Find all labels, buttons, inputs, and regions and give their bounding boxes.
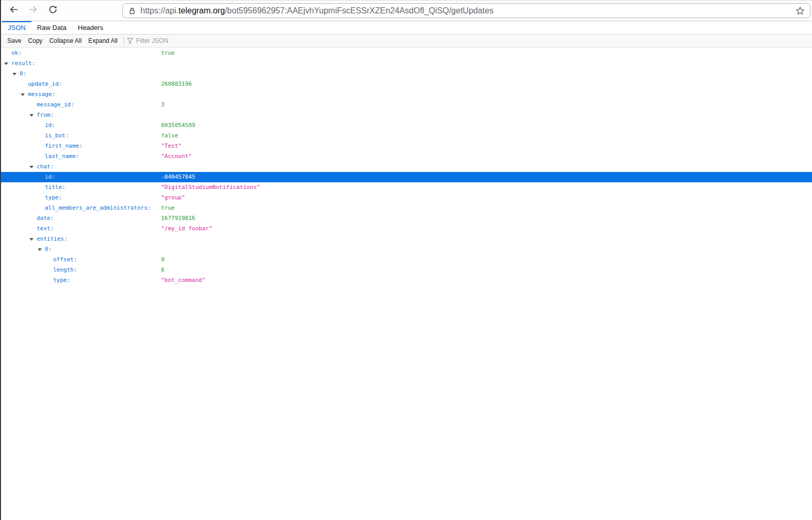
json-value: 1677919816 <box>161 213 195 224</box>
json-row[interactable]: ok:true <box>1 48 812 58</box>
json-row[interactable]: update_id:260883196 <box>1 79 812 89</box>
json-row[interactable]: first_name:"Test" <box>1 141 812 151</box>
url-path: /bot5956962957:AAEjvhYupmiFscESSrXZEn24A… <box>225 6 493 15</box>
filter-box <box>126 37 209 44</box>
json-key: 0: <box>45 244 52 255</box>
json-key: ok: <box>11 48 22 58</box>
json-row[interactable]: from: <box>1 110 812 120</box>
json-row[interactable]: offset:0 <box>1 255 812 265</box>
json-row[interactable]: 0: <box>1 69 812 79</box>
json-value: -840457845 <box>161 172 195 182</box>
browser-window: https://api.telegram.org/bot5956962957:A… <box>0 0 812 520</box>
json-row[interactable]: entities: <box>1 234 812 244</box>
browser-toolbar: https://api.telegram.org/bot5956962957:A… <box>1 0 812 21</box>
expand-all-button[interactable]: Expand All <box>88 37 118 44</box>
json-key: update_id: <box>28 79 62 89</box>
tab-raw-data[interactable]: Raw Data <box>31 21 72 34</box>
json-value: "Test" <box>161 141 182 151</box>
json-key: length: <box>53 265 77 275</box>
json-value: "/my_id foobar" <box>161 224 212 234</box>
json-row[interactable]: result: <box>1 58 812 69</box>
json-value: "Account" <box>161 151 192 162</box>
json-value: true <box>161 48 175 58</box>
json-key: type: <box>45 193 62 203</box>
forward-button[interactable] <box>26 4 40 18</box>
json-value: 6 <box>161 265 165 275</box>
reload-icon <box>49 5 57 16</box>
json-key: date: <box>37 213 54 224</box>
json-row[interactable]: id:6035054509 <box>1 120 812 131</box>
json-value: false <box>161 131 178 141</box>
save-button[interactable]: Save <box>7 37 21 44</box>
json-value: "DigitalStudiumNotifications" <box>161 182 260 193</box>
url-domain: telegram.org <box>179 6 225 15</box>
filter-funnel-icon <box>126 37 134 44</box>
json-value: "bot_command" <box>161 275 205 286</box>
json-row[interactable]: length:6 <box>1 265 812 275</box>
json-key: last_name: <box>45 151 79 162</box>
json-toolbar: Save Copy Collapse All Expand All <box>1 35 812 48</box>
json-row[interactable]: last_name:"Account" <box>1 151 812 162</box>
json-viewer-tab-bar: JSON Raw Data Headers <box>1 21 812 35</box>
json-key: chat: <box>37 162 54 172</box>
json-key: text: <box>37 224 54 234</box>
json-row[interactable]: text:"/my_id foobar" <box>1 224 812 234</box>
json-row[interactable]: all_members_are_administrators:true <box>1 203 812 213</box>
url-bar[interactable]: https://api.telegram.org/bot5956962957:A… <box>122 3 810 18</box>
copy-button[interactable]: Copy <box>28 37 42 44</box>
json-key: from: <box>37 110 54 120</box>
json-value: 0 <box>161 255 165 265</box>
collapse-all-button[interactable]: Collapse All <box>49 37 82 44</box>
json-value: true <box>161 203 175 213</box>
json-row[interactable]: message_id:3 <box>1 100 812 110</box>
json-row[interactable]: is_bot:false <box>1 131 812 141</box>
json-key: message_id: <box>37 100 74 110</box>
json-row[interactable]: message: <box>1 89 812 100</box>
json-key: result: <box>11 58 35 69</box>
back-arrow-icon <box>9 5 18 16</box>
json-key: 0: <box>20 69 26 79</box>
json-key: all_members_are_administrators: <box>45 203 151 213</box>
json-value: 260883196 <box>161 79 192 89</box>
reload-button[interactable] <box>45 4 60 18</box>
tab-headers[interactable]: Headers <box>72 21 109 34</box>
json-value: "group" <box>161 193 185 203</box>
tab-json[interactable]: JSON <box>2 21 31 34</box>
expand-arrow-icon[interactable] <box>38 248 42 251</box>
expand-arrow-icon[interactable] <box>21 93 25 96</box>
expand-arrow-icon[interactable] <box>12 73 17 75</box>
json-value: 6035054509 <box>161 120 195 131</box>
expand-arrow-icon[interactable] <box>29 114 34 117</box>
json-row[interactable]: date:1677919816 <box>1 213 812 224</box>
back-button[interactable] <box>6 4 21 18</box>
json-key: id: <box>45 172 55 182</box>
url-text: https://api.telegram.org/bot5956962957:A… <box>140 6 493 15</box>
json-tree: ok:trueresult:0:update_id:260883196messa… <box>1 48 812 286</box>
json-key: entities: <box>37 234 68 244</box>
bookmark-star-icon <box>795 6 805 15</box>
json-key: message: <box>28 89 55 100</box>
json-key: type: <box>53 275 70 286</box>
toolbar-separator <box>123 37 124 45</box>
json-row[interactable]: 0: <box>1 244 812 255</box>
json-key: first_name: <box>45 141 83 151</box>
json-row[interactable]: id:-840457845 <box>1 172 812 182</box>
forward-arrow-icon <box>29 5 38 16</box>
lock-icon[interactable] <box>128 7 136 15</box>
json-row[interactable]: type:"group" <box>1 193 812 203</box>
filter-json-input[interactable] <box>136 37 209 44</box>
nav-buttons <box>1 4 60 18</box>
json-row[interactable]: chat: <box>1 162 812 172</box>
json-row[interactable]: title:"DigitalStudiumNotifications" <box>1 182 812 193</box>
json-row[interactable]: type:"bot_command" <box>1 275 812 286</box>
expand-arrow-icon[interactable] <box>29 238 34 241</box>
bookmark-star-button[interactable] <box>795 6 805 15</box>
url-prefix: https://api. <box>140 6 179 15</box>
json-key: is_bot: <box>45 131 69 141</box>
json-key: id: <box>45 120 55 131</box>
json-key: title: <box>45 182 66 193</box>
json-key: offset: <box>53 255 77 265</box>
expand-arrow-icon[interactable] <box>4 62 8 65</box>
json-value: 3 <box>161 100 165 110</box>
expand-arrow-icon[interactable] <box>29 166 34 168</box>
